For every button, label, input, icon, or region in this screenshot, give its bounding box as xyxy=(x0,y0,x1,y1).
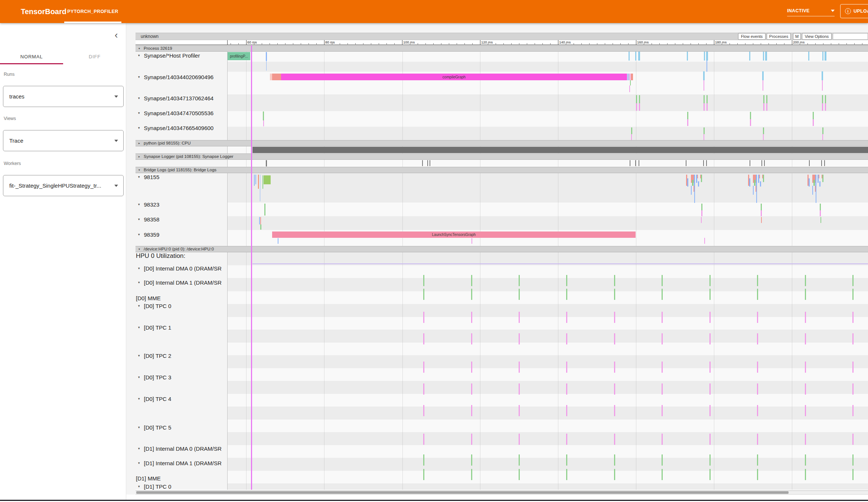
trace-event[interactable] xyxy=(704,127,705,134)
row-label-synapse-140344020690496[interactable]: ▾Synapse/140344020690496 xyxy=(138,74,213,81)
trace-event[interactable] xyxy=(422,160,423,166)
trace-event[interactable] xyxy=(703,160,704,166)
trace-event[interactable] xyxy=(805,405,806,416)
row-label-synapse-140347665409600[interactable]: ▾Synapse/140347665409600 xyxy=(138,125,213,132)
trace-event[interactable] xyxy=(707,103,708,111)
toolbar-button-m[interactable]: M xyxy=(793,33,801,40)
trace-event[interactable] xyxy=(264,175,271,184)
trace-event[interactable] xyxy=(423,312,424,323)
trace-event[interactable] xyxy=(813,119,814,126)
trace-event[interactable] xyxy=(763,134,764,140)
trace-event[interactable] xyxy=(805,289,806,300)
trace-event[interactable] xyxy=(761,210,762,216)
trace-event[interactable] xyxy=(260,217,261,224)
trace-event[interactable] xyxy=(566,469,567,480)
trace-event[interactable] xyxy=(566,434,567,445)
trace-event[interactable] xyxy=(709,333,711,344)
trace-event[interactable] xyxy=(750,119,751,126)
trace-event[interactable] xyxy=(757,383,758,395)
trace-event[interactable] xyxy=(763,103,764,111)
trace-event[interactable] xyxy=(614,333,615,344)
trace-event[interactable] xyxy=(264,204,265,216)
trace-event[interactable] xyxy=(629,52,630,61)
trace-event[interactable] xyxy=(704,134,704,140)
trace-event[interactable] xyxy=(822,71,823,80)
trace-event[interactable] xyxy=(566,454,567,466)
trace-event[interactable] xyxy=(805,454,806,466)
tab-diff[interactable]: DIFF xyxy=(63,52,126,64)
trace-event[interactable] xyxy=(757,289,758,300)
trace-event[interactable] xyxy=(852,275,854,286)
trace-event[interactable] xyxy=(709,275,711,286)
row-label-d0-tpc-5[interactable]: ▾[D0] TPC 5 xyxy=(138,424,171,431)
trace-event[interactable] xyxy=(266,61,267,71)
trace-event[interactable] xyxy=(566,405,567,416)
trace-event[interactable] xyxy=(629,85,630,92)
trace-event[interactable] xyxy=(263,111,264,120)
trace-event[interactable] xyxy=(687,112,688,119)
process-header[interactable] xyxy=(136,153,868,160)
trace-event[interactable] xyxy=(687,178,688,187)
trace-event[interactable] xyxy=(757,312,758,323)
trace-event[interactable] xyxy=(852,469,854,480)
trace-event[interactable] xyxy=(255,175,256,184)
trace-event[interactable] xyxy=(763,95,764,103)
trace-event[interactable] xyxy=(662,405,663,416)
trace-event[interactable] xyxy=(471,362,472,373)
process-header[interactable] xyxy=(136,246,868,252)
trace-event[interactable] xyxy=(816,187,816,203)
trace-event[interactable] xyxy=(822,127,823,134)
row-label-synapse-140347137062464[interactable]: ▾Synapse/140347137062464 xyxy=(138,95,213,102)
process-header[interactable] xyxy=(136,45,868,52)
trace-event[interactable] xyxy=(759,175,760,178)
trace-event[interactable] xyxy=(423,469,424,480)
trace-event[interactable] xyxy=(662,454,663,466)
trace-event[interactable] xyxy=(824,160,825,166)
trace-event[interactable] xyxy=(761,160,762,166)
row-label-hpu-0-utilization[interactable]: HPU 0 Utilization: xyxy=(136,252,185,260)
trace-event[interactable] xyxy=(427,160,428,166)
trace-event[interactable] xyxy=(757,275,758,286)
trace-event[interactable] xyxy=(825,52,826,61)
trace-event[interactable] xyxy=(805,383,806,395)
trace-event[interactable] xyxy=(819,175,819,178)
trace-event[interactable] xyxy=(430,160,430,166)
trace-event[interactable] xyxy=(707,61,707,72)
trace-event[interactable] xyxy=(698,181,699,187)
trace-event[interactable] xyxy=(519,312,520,323)
trace-event[interactable] xyxy=(765,52,767,61)
row-label-d0-internal-dma-1-dram-sr[interactable]: ▾[D0] Internal DMA 1 (DRAM/SR xyxy=(138,279,222,286)
trace-event[interactable] xyxy=(630,160,630,166)
row-label-d0-mme[interactable]: [D0] MME xyxy=(136,295,161,302)
trace-event[interactable] xyxy=(692,180,694,186)
trace-event[interactable] xyxy=(762,71,764,80)
collapse-sidebar-button[interactable]: ‹ xyxy=(111,30,122,41)
trace-event[interactable] xyxy=(822,52,823,61)
trace-event[interactable] xyxy=(852,434,854,445)
trace-event[interactable] xyxy=(764,160,765,166)
trace-event[interactable] xyxy=(519,289,520,300)
trace-event[interactable] xyxy=(766,103,767,111)
trace-event[interactable] xyxy=(757,405,758,416)
trace-event[interactable] xyxy=(614,275,615,286)
process-header[interactable] xyxy=(136,167,868,173)
row-label-d1-tpc-0[interactable]: ▾[D1] TPC 0 xyxy=(138,483,171,490)
trace-search-input[interactable] xyxy=(833,33,868,40)
horizontal-scrollbar-thumb[interactable] xyxy=(136,491,789,494)
trace-event[interactable] xyxy=(266,52,267,61)
trace-event[interactable] xyxy=(819,181,820,187)
trace-event[interactable] xyxy=(471,469,472,480)
trace-event[interactable] xyxy=(822,134,823,140)
trace-event[interactable] xyxy=(272,74,281,80)
toolbar-button-flow-events[interactable]: Flow events xyxy=(738,33,766,40)
row-label-98359[interactable]: ▾98359 xyxy=(138,231,159,238)
trace-event[interactable] xyxy=(614,454,615,466)
trace-event[interactable] xyxy=(825,95,826,103)
trace-event[interactable] xyxy=(704,95,705,103)
trace-event[interactable] xyxy=(423,454,424,466)
trace-event[interactable] xyxy=(662,275,663,286)
trace-event[interactable] xyxy=(852,333,854,344)
trace-event[interactable] xyxy=(813,112,814,119)
trace-event[interactable] xyxy=(519,469,520,480)
trace-event[interactable] xyxy=(252,263,868,264)
